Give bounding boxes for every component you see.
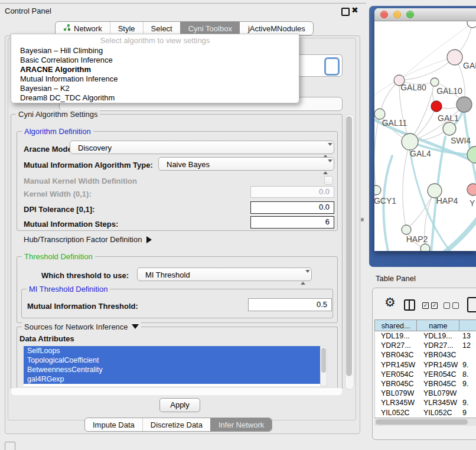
table-horizontal-scrollbar[interactable] [374, 418, 476, 426]
cell-value: 8. [460, 370, 476, 379]
select-all-checked-icon[interactable]: ✓ [431, 302, 438, 309]
export-table-icon[interactable] [467, 297, 476, 312]
deselect-all-icon[interactable] [452, 302, 459, 309]
algorithm-option[interactable]: Basic Correlation Inference [11, 56, 299, 65]
table-row[interactable]: YPR145W YPR145W 9. [375, 360, 476, 370]
sources-group-title: Sources for Network Inference [22, 322, 141, 331]
mi-threshold-label: Mutual Information Threshold: [27, 302, 138, 311]
tab-item[interactable]: Network [56, 22, 110, 35]
tab-item[interactable]: Cyni Toolbox [180, 22, 240, 35]
cell-value: 9. [460, 398, 476, 407]
algorithm-dropdown-popup: Select algorithm to view settings Bayesi… [11, 34, 299, 103]
network-window: GALGAL80GAL10GAL1GAL11GAL4SWI4GCY1HAP4YH… [374, 8, 476, 251]
control-panel-title: Control Panel [5, 6, 51, 15]
docked-panel-icon[interactable] [5, 442, 15, 450]
which-threshold-combo[interactable]: MI Threshold [137, 268, 312, 281]
svg-text:GCY1: GCY1 [374, 196, 396, 206]
apply-button[interactable]: Apply [159, 398, 200, 412]
tab-label: Impute Data [93, 420, 135, 429]
table-row[interactable]: YBL079W YBL079W [375, 389, 476, 398]
aracne-mode-combo[interactable]: Discovery [70, 141, 334, 154]
column-header[interactable] [459, 319, 476, 331]
deselect-all-icon[interactable] [444, 302, 450, 309]
tab-label: Cyni Toolbox [188, 24, 232, 33]
algorithm-option[interactable]: Dream8 DC_TDC Algorithm [11, 93, 299, 103]
cell-value [460, 350, 476, 360]
tab-label: Network [74, 24, 102, 33]
mi-type-combo[interactable]: Naive Bayes [158, 157, 334, 171]
mi-steps-field[interactable]: 6 [250, 216, 334, 229]
tab-item[interactable]: Style [110, 22, 143, 35]
algorithm-option[interactable]: Bayesian – K2 [11, 84, 299, 93]
table-row[interactable]: YBR043C YBR043C [375, 350, 476, 360]
aracne-mode-label: Aracne Mode: [24, 145, 74, 154]
cell-name: YBR043C [418, 350, 460, 360]
cell-shared-name: YER054C [375, 370, 418, 379]
attributes-scrollbar[interactable] [320, 346, 327, 386]
cell-name: YER054C [418, 370, 460, 379]
table-row[interactable]: YDL19... YDL19... 13 [375, 331, 476, 341]
tab-item[interactable]: jActiveMNodules [240, 22, 313, 35]
close-traffic-light[interactable] [380, 11, 388, 18]
table-row[interactable]: YBR045C YBR045C 9. [375, 379, 476, 389]
mi-steps-label: Mutual Information Steps: [24, 220, 118, 229]
select-all-checked-icon[interactable]: ✓ [422, 302, 429, 309]
network-window-titlebar[interactable] [374, 8, 476, 21]
aracne-mode-value: Discovery [78, 144, 112, 152]
dpi-tolerance-field[interactable]: 0.0 [250, 201, 334, 214]
tab-item[interactable]: Discretize Data [142, 418, 210, 431]
algorithm-option[interactable]: ARACNE Algorithm [11, 65, 299, 74]
table-scrollbar-thumb[interactable] [376, 419, 468, 425]
algorithm-option[interactable]: Bayesian – Hill Climbing [11, 46, 299, 56]
panel-splitter-handle[interactable] [361, 218, 364, 221]
table-toolbar: ⚙ ✓ ✓ [373, 288, 476, 318]
cell-value: 9. [460, 360, 476, 370]
attribute-list-item[interactable]: BetweennessCentrality [24, 365, 320, 374]
close-icon[interactable]: ✖ [351, 5, 358, 15]
kernel-width-field[interactable]: 0.0 [250, 186, 334, 198]
zoom-traffic-light[interactable] [406, 11, 414, 18]
svg-text:GAL4: GAL4 [410, 149, 431, 158]
cell-name: YDL19... [418, 331, 460, 341]
tab-item[interactable]: Infer Network [210, 418, 272, 431]
algorithm-option[interactable]: Mutual Information Inference [11, 74, 299, 84]
network-canvas[interactable]: GALGAL80GAL10GAL1GAL11GAL4SWI4GCY1HAP4YH… [374, 21, 476, 251]
hub-definition-expander[interactable]: Hub/Transcription Factor Definition [24, 235, 152, 244]
cell-value [460, 389, 476, 398]
svg-text:GAL11: GAL11 [382, 118, 407, 128]
cell-name: YLR345W [418, 398, 460, 407]
table-row[interactable]: YIL052C YIL052C 9 [375, 408, 476, 418]
stepper-arrows-icon [323, 144, 328, 157]
attribute-list-item[interactable]: TopologicalCoefficient [24, 356, 320, 365]
attribute-list-item[interactable]: SelfLoops [24, 346, 320, 356]
gear-icon[interactable]: ⚙ [384, 294, 396, 311]
svg-text:Y: Y [470, 198, 475, 208]
table-row[interactable]: YDR27... YDR27... 12 [375, 341, 476, 350]
table-row[interactable]: YLR345W YLR345W 9. [375, 398, 476, 407]
manual-kernel-label: Manual Kernel Width Definition [24, 177, 137, 185]
tab-item[interactable]: Impute Data [85, 418, 142, 431]
cell-name: YPR145W [418, 360, 460, 370]
cell-name: YBR045C [418, 379, 460, 389]
columns-icon[interactable] [404, 299, 415, 311]
algorithm-definition-title: Algorithm Definition [22, 127, 93, 136]
minimize-traffic-light[interactable] [393, 11, 401, 18]
column-header[interactable]: name [417, 319, 459, 331]
table-header-row: shared...name [374, 319, 476, 331]
table-row[interactable]: YER054C YER054C 8. [375, 370, 476, 379]
column-header[interactable]: shared... [374, 319, 417, 331]
attributes-scrollbar-thumb[interactable] [321, 348, 326, 373]
collapse-arrow-icon [132, 324, 139, 329]
cell-name: YIL052C [418, 408, 460, 418]
table-body: YDL19... YDL19... 13 YDR27... YDR27... 1… [374, 331, 476, 418]
attribute-list-item[interactable]: gal4RGexp [24, 374, 320, 384]
mi-threshold-field[interactable]: 0.5 [248, 298, 332, 311]
settings-scrollbar-thumb[interactable] [346, 116, 352, 376]
tab-item[interactable]: Select [143, 22, 180, 35]
manual-kernel-checkbox[interactable] [324, 176, 333, 185]
float-window-icon[interactable] [341, 8, 350, 16]
stepper-arrows-icon [323, 160, 328, 174]
cell-shared-name: YBR045C [375, 379, 418, 389]
cell-shared-name: YDL19... [375, 331, 418, 341]
settings-scrollbar[interactable] [345, 114, 354, 390]
